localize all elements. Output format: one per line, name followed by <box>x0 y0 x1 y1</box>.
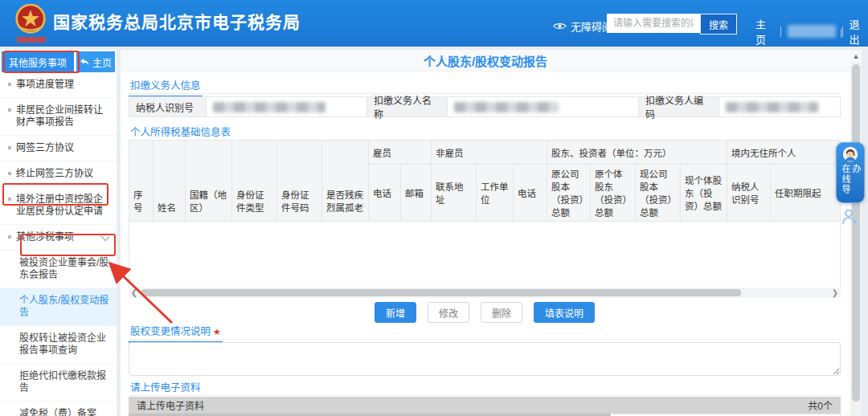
tab-label: 扣缴义务人信息 <box>129 75 203 97</box>
online-guide-widget[interactable]: 在线导办 <box>836 142 865 203</box>
sidebar-nav: 事项进度管理 非居民企业间接转让财产事项报告 网签三方协议 终止网签三方协议 境… <box>0 72 117 416</box>
submenu-board-shareholder-report[interactable]: 被投资企业董事会/股东会报告 <box>0 251 117 288</box>
tab-tax-base-table[interactable]: 个人所得税基础信息表 <box>129 122 841 141</box>
scroll-thumb[interactable] <box>852 64 860 402</box>
tab-withholder-info[interactable]: 扣缴义务人信息 <box>129 75 841 94</box>
col-header-taxpayer-id: 纳税人识别号 <box>727 165 771 222</box>
back-arrow-icon <box>80 58 90 67</box>
home-link[interactable]: 主页 <box>755 16 774 47</box>
delete-button[interactable]: 删除 <box>481 302 522 323</box>
withholder-code-label: 扣缴义务人编码 <box>639 97 719 116</box>
divider <box>842 27 843 37</box>
required-mark: ★ <box>213 327 221 336</box>
chevron-down-icon <box>100 232 109 241</box>
col-header-contact-address: 联系地址 <box>432 165 477 222</box>
scroll-left-icon[interactable]: ❮ <box>129 288 140 298</box>
col-header-disabled: 是否残疾烈属孤老 <box>322 141 369 222</box>
vertical-scrollbar[interactable]: ▲ <box>850 50 862 416</box>
withholder-name-value <box>448 97 639 116</box>
equity-change-label: 股权变更情况说明 <box>130 326 211 337</box>
scroll-right-icon[interactable]: ❯ <box>829 288 841 298</box>
sidebar-item-tripartite-agreement[interactable]: 网签三方协议 <box>0 136 117 161</box>
customer-service-icon[interactable] <box>841 207 860 226</box>
col-header-emp-phone: 电话 <box>369 165 401 222</box>
page-title: 个人股东/股权变动报告 <box>121 50 850 71</box>
submenu-individual-equity-change-report[interactable]: 个人股东/股权变动报告 <box>0 288 117 326</box>
redacted-value <box>726 102 818 112</box>
top-header: 国家税务总局北京市电子税务局 无障碍阅读 搜索 主页 退出 <box>0 0 868 47</box>
table-group-header-row: 序号 姓名 国籍（地区） 身份证件类型 身份证件号码 是否残疾烈属孤老 雇员 非… <box>129 141 841 165</box>
bullet-icon <box>8 108 11 112</box>
group-header-non-employee: 非雇员 <box>432 141 547 165</box>
main-content: 个人股东/股权变动报告 扣缴义务人信息 纳税人识别号 扣缴义务人名称 扣缴义务人… <box>121 50 862 416</box>
upload-count: 共0个 <box>808 398 833 412</box>
sidebar-item-other-tax-matters[interactable]: 其他涉税事项 <box>0 225 117 251</box>
sidebar-item-overseas-resident-identify[interactable]: 境外注册中资控股企业居民身份认定申请 <box>0 187 117 225</box>
sidebar-home-button[interactable]: 主页 <box>76 51 115 72</box>
sidebar-item-label: 终止网签三方协议 <box>16 168 112 180</box>
tab-upload[interactable]: 请上传电子资料 <box>129 377 841 396</box>
col-header-orig-individual-capital: 原个体股东（投资）总额 <box>591 165 636 222</box>
col-header-work-unit: 工作单位 <box>477 165 514 222</box>
taxpayer-id-label: 纳税人识别号 <box>129 97 207 116</box>
table-empty-row <box>129 222 841 291</box>
group-header-shareholder: 股东、投资者（单位：万元） <box>547 141 727 165</box>
tab-equity-change[interactable]: 股权变更情况说明★ <box>129 321 841 340</box>
eye-icon <box>553 22 567 31</box>
col-header-id-type: 身份证件类型 <box>232 141 277 222</box>
search-button[interactable]: 搜索 <box>700 14 737 35</box>
header-search: 搜索 <box>607 14 737 35</box>
sidebar-item-label: 其他涉税事项 <box>16 231 101 243</box>
sidebar-item-label: 境外注册中资控股企业居民身份认定申请 <box>16 194 112 218</box>
col-header-nationality: 国籍（地区） <box>186 141 232 222</box>
table-actions: 新增 修改 删除 填表说明 <box>129 302 841 323</box>
col-header-name: 姓名 <box>154 141 186 222</box>
submenu-refuse-withholding-report[interactable]: 拒绝代扣代缴税款报告 <box>0 364 117 402</box>
withholder-code-value <box>719 97 840 116</box>
sidebar-item-label: 非居民企业间接转让财产事项报告 <box>16 104 112 128</box>
modify-button[interactable]: 修改 <box>428 302 469 323</box>
scroll-up-icon[interactable]: ▲ <box>850 50 862 63</box>
col-header-curr-company-capital: 现公司股本（投资）总额 <box>636 165 681 222</box>
sidebar-item-progress-management[interactable]: 事项进度管理 <box>0 72 117 98</box>
col-header-curr-individual-capital: 现个体股东（投资）总额 <box>681 165 727 222</box>
divider <box>780 27 781 37</box>
logo-caption <box>17 37 46 43</box>
tab-label: 请上传电子资料 <box>129 377 203 399</box>
horizontal-scrollbar[interactable]: ❮ ❯ <box>129 288 841 298</box>
site-title: 国家税务总局北京市电子税务局 <box>53 0 301 47</box>
tab-label: 股权变更情况说明★ <box>129 321 223 343</box>
scroll-track[interactable] <box>140 288 829 298</box>
submenu-tax-reduction-filing[interactable]: 减免税（费）备案 <box>0 402 117 416</box>
col-header-seq: 序号 <box>129 141 154 222</box>
col-header-orig-company-capital: 原公司股本（投资）总额 <box>547 165 591 222</box>
logout-link[interactable]: 退出 <box>850 16 868 47</box>
sidebar-home-label: 主页 <box>92 55 112 69</box>
divider <box>841 29 841 38</box>
add-button[interactable]: 新增 <box>375 302 416 323</box>
equity-change-textarea[interactable] <box>129 342 841 376</box>
sidebar-item-terminate-tripartite[interactable]: 终止网签三方协议 <box>0 161 117 187</box>
scroll-thumb[interactable] <box>141 289 741 296</box>
col-header-tenure-start: 任职期限起 <box>771 165 841 222</box>
redacted-value <box>213 102 326 112</box>
group-header-employee: 雇员 <box>369 141 432 165</box>
online-guide-label: 在线导办 <box>840 164 861 202</box>
fill-instructions-button[interactable]: 填表说明 <box>534 302 595 323</box>
sidebar-header: 其他服务事项 主页 <box>0 50 117 72</box>
app-window: 国家税务总局北京市电子税务局 无障碍阅读 搜索 主页 退出 其他服务事项 <box>0 0 868 416</box>
user-bar: 主页 退出 <box>755 16 868 47</box>
taxpayer-id-value <box>207 97 367 116</box>
col-header-nonemp-phone: 电话 <box>514 165 547 222</box>
search-input[interactable] <box>607 14 700 33</box>
sidebar-item-nonresident-transfer-report[interactable]: 非居民企业间接转让财产事项报告 <box>0 98 117 136</box>
bullet-icon <box>8 235 11 239</box>
username-redacted <box>788 25 835 38</box>
bullet-icon <box>8 198 11 201</box>
assistant-avatar-icon <box>841 146 859 162</box>
submenu-equity-transfer-report-query[interactable]: 股权转让被投资企业报告事项查询 <box>0 326 117 364</box>
withholder-name-label: 扣缴义务人名称 <box>367 97 448 116</box>
group-header-non-resident: 境内无住所个人 <box>727 141 841 165</box>
upload-section-bar: 请上传电子资料 共0个 <box>129 397 841 414</box>
sidebar-section-title[interactable]: 其他服务事项 <box>2 51 74 72</box>
